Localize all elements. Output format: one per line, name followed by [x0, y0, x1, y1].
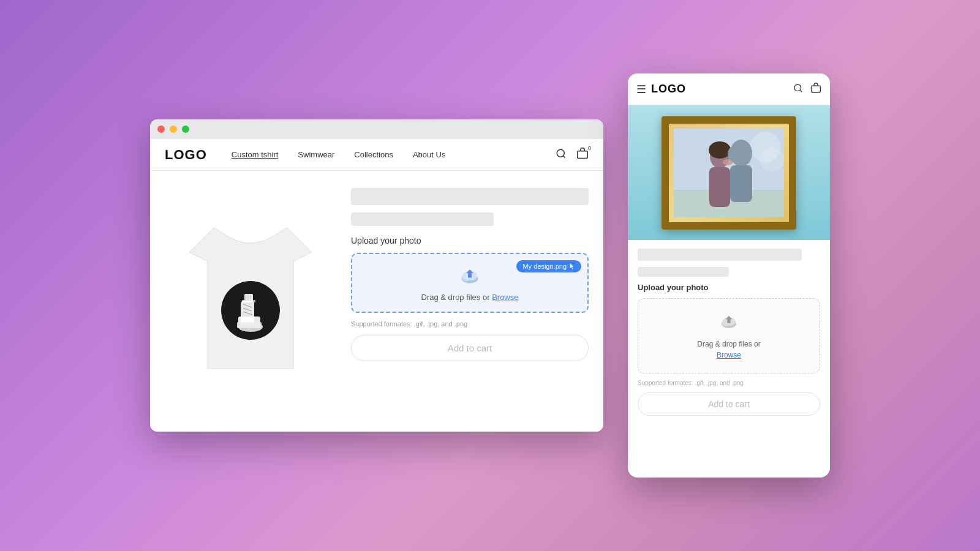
- svg-point-31: [723, 159, 733, 165]
- nav-link-custom-tshirt[interactable]: Custom tshirt: [232, 150, 279, 159]
- mobile-menu-button[interactable]: ☰: [636, 83, 646, 96]
- upload-section-label: Upload your photo: [351, 236, 589, 246]
- desktop-window: LOGO Custom tshirt Swimwear Collections …: [150, 119, 603, 432]
- search-icon: [556, 148, 567, 159]
- mobile-cloud-upload-icon: [719, 311, 739, 335]
- svg-rect-20: [812, 86, 821, 92]
- nav-link-collections[interactable]: Collections: [354, 150, 393, 159]
- minimize-button[interactable]: [170, 126, 177, 133]
- nav-icons: 0: [556, 148, 589, 162]
- mobile-search-button[interactable]: [793, 83, 803, 96]
- product-subtitle-skeleton: [351, 212, 494, 226]
- svg-rect-11: [242, 300, 255, 302]
- cart-button[interactable]: 0: [576, 148, 589, 162]
- cloud-upload-icon: [459, 264, 481, 290]
- svg-rect-26: [730, 165, 752, 202]
- product-image-area: [165, 183, 336, 419]
- mobile-supported-formats: Supported formates: .gif, .jpg, and .png: [638, 380, 820, 386]
- svg-point-24: [760, 147, 784, 171]
- svg-point-0: [557, 149, 564, 157]
- nav-link-swimwear[interactable]: Swimwear: [298, 150, 334, 159]
- drop-text: Drag & drop files or Browse: [421, 293, 519, 302]
- mobile-nav-logo: LOGO: [651, 83, 793, 96]
- mobile-nav-icons: [793, 83, 821, 96]
- nav-link-about[interactable]: About Us: [413, 150, 445, 159]
- add-to-cart-button[interactable]: Add to cart: [351, 335, 589, 361]
- svg-rect-6: [237, 322, 262, 328]
- cart-count: 0: [588, 145, 591, 151]
- nav-links: Custom tshirt Swimwear Collections About…: [232, 150, 556, 159]
- mobile-add-to-cart-button[interactable]: Add to cart: [638, 392, 820, 416]
- file-badge: My design.png: [516, 260, 581, 272]
- svg-rect-28: [709, 167, 730, 207]
- mobile-product-image: [628, 105, 830, 240]
- mobile-form: Upload your photo Drag & drop files or B…: [628, 240, 830, 478]
- desktop-nav: LOGO Custom tshirt Swimwear Collections …: [150, 139, 603, 171]
- mobile-nav: ☰ LOGO: [628, 73, 830, 105]
- desktop-body: Upload your photo My design.png: [150, 171, 603, 432]
- svg-rect-1: [578, 151, 588, 158]
- tshirt-image: [177, 216, 324, 387]
- cursor-icon: [569, 263, 575, 269]
- mobile-cart-button[interactable]: [810, 83, 821, 96]
- window-titlebar: [150, 119, 603, 139]
- mobile-cart-icon: [810, 83, 821, 94]
- product-form: Upload your photo My design.png: [351, 183, 589, 419]
- svg-point-19: [794, 84, 801, 91]
- photo-area: [674, 129, 784, 217]
- maximize-button[interactable]: [182, 126, 189, 133]
- nav-logo: LOGO: [165, 147, 207, 163]
- mobile-search-icon: [793, 83, 803, 93]
- close-button[interactable]: [157, 126, 165, 133]
- mobile-subtitle-skeleton: [638, 267, 729, 277]
- product-title-skeleton: [351, 188, 589, 205]
- browse-link[interactable]: Browse: [492, 293, 518, 302]
- tshirt-svg: [177, 216, 324, 387]
- upload-dropzone[interactable]: My design.png: [351, 253, 589, 313]
- cart-icon: [576, 148, 589, 160]
- supported-formats: Supported formates: .gif, .jpg, and .png: [351, 320, 589, 328]
- mobile-window: ☰ LOGO: [628, 73, 830, 478]
- mobile-drop-text: Drag & drop files or Browse: [697, 339, 760, 361]
- mobile-title-skeleton: [638, 249, 802, 261]
- mobile-upload-label: Upload your photo: [638, 283, 820, 292]
- mobile-upload-dropzone[interactable]: Drag & drop files or Browse: [638, 298, 820, 373]
- search-button[interactable]: [556, 148, 567, 162]
- svg-point-29: [709, 141, 731, 159]
- product-frame: [662, 116, 796, 230]
- window-content: LOGO Custom tshirt Swimwear Collections …: [150, 139, 603, 432]
- mobile-browse-link[interactable]: Browse: [717, 351, 741, 359]
